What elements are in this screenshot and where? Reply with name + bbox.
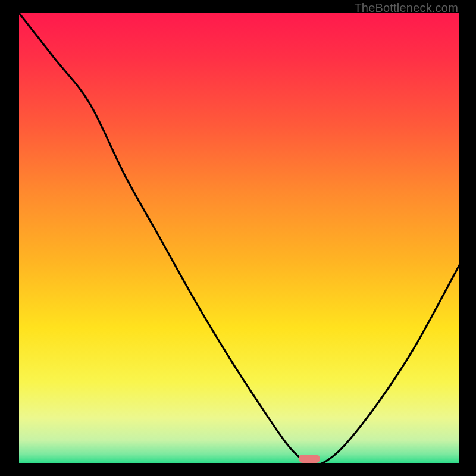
watermark-text: TheBottleneck.com <box>354 1 458 15</box>
chart-frame: TheBottleneck.com <box>0 0 476 476</box>
optimal-marker <box>299 455 320 463</box>
plot-area <box>19 13 459 463</box>
bottleneck-curve <box>19 13 459 463</box>
